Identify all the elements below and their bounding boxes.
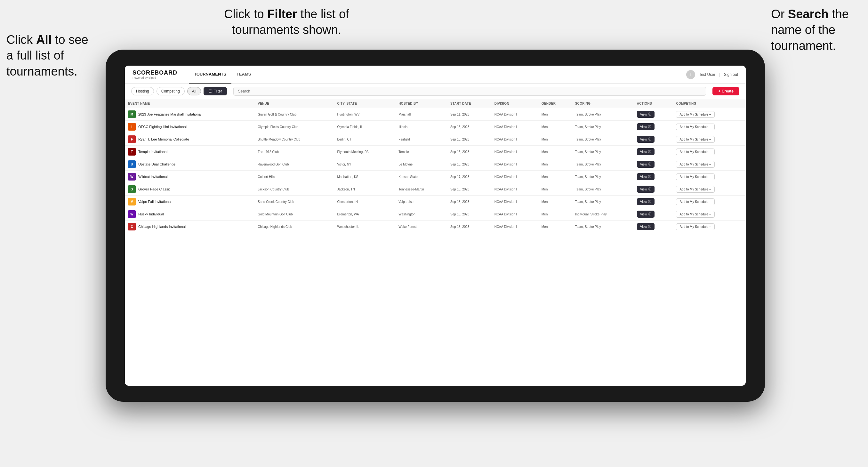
view-button[interactable]: View ⓘ: [637, 161, 655, 168]
col-actions: ACTIONS: [634, 99, 673, 108]
header-separator: |: [719, 72, 720, 77]
view-button[interactable]: View ⓘ: [637, 211, 655, 218]
add-schedule-button[interactable]: Add to My Schedule +: [676, 223, 714, 230]
add-schedule-button[interactable]: Add to My Schedule +: [676, 149, 714, 155]
hosted-by-cell: Le Moyne: [395, 158, 447, 170]
add-schedule-button[interactable]: Add to My Schedule +: [676, 211, 714, 218]
col-event-name: EVENT NAME: [125, 99, 254, 108]
filter-icon: ☰: [208, 89, 212, 93]
event-name: OFCC Fighting Illini Invitational: [138, 125, 187, 129]
view-button[interactable]: View ⓘ: [637, 198, 655, 205]
event-name: Valpo Fall Invitational: [138, 200, 172, 204]
view-button[interactable]: View ⓘ: [637, 186, 655, 193]
team-logo: W: [128, 210, 136, 218]
avatar: T: [686, 70, 695, 79]
add-schedule-button[interactable]: Add to My Schedule +: [676, 111, 714, 118]
event-name-cell: V Valpo Fall Invitational: [125, 195, 254, 208]
team-logo: C: [128, 223, 136, 230]
competing-cell: Add to My Schedule +: [673, 170, 746, 183]
start-date-cell: Sep 18, 2023: [447, 208, 491, 221]
event-name: Chicago Highlands Invitational: [138, 225, 186, 228]
event-name: Upstate Dual Challenge: [138, 162, 176, 166]
actions-cell: View ⓘ: [634, 221, 673, 233]
competing-cell: Add to My Schedule +: [673, 221, 746, 233]
gender-cell: Men: [538, 108, 572, 121]
add-schedule-button[interactable]: Add to My Schedule +: [676, 186, 714, 193]
scoring-cell: Team, Stroke Play: [572, 158, 634, 170]
view-button[interactable]: View ⓘ: [637, 136, 655, 143]
search-input[interactable]: [233, 87, 706, 96]
hosting-tab[interactable]: Hosting: [131, 87, 154, 95]
scoring-cell: Individual, Stroke Play: [572, 208, 634, 221]
competing-tab[interactable]: Competing: [156, 87, 185, 95]
header-right: T Test User | Sign out: [686, 70, 738, 79]
nav-tab-tournaments[interactable]: TOURNAMENTS: [189, 66, 231, 84]
table-row: F Ryan T. Lee Memorial Collegiate Shuttl…: [125, 133, 746, 146]
view-button[interactable]: View ⓘ: [637, 223, 655, 230]
team-logo: T: [128, 148, 136, 156]
actions-cell: View ⓘ: [634, 121, 673, 133]
venue-cell: Olympia Fields Country Club: [254, 121, 334, 133]
table-row: I OFCC Fighting Illini Invitational Olym…: [125, 121, 746, 133]
start-date-cell: Sep 16, 2023: [447, 158, 491, 170]
scoring-cell: Team, Stroke Play: [572, 170, 634, 183]
event-name-cell: W Wildcat Invitational: [125, 170, 254, 183]
view-icon: ⓘ: [648, 175, 651, 179]
team-logo: G: [128, 185, 136, 193]
division-cell: NCAA Division I: [491, 146, 538, 158]
event-name: 2023 Joe Feaganes Marshall Invitational: [138, 112, 202, 116]
city-state-cell: Jackson, TN: [334, 183, 395, 195]
table-row: W Wildcat Invitational Colbert Hills Man…: [125, 170, 746, 183]
event-name-cell: C Chicago Highlands Invitational: [125, 221, 254, 233]
col-hosted-by: HOSTED BY: [395, 99, 447, 108]
col-city-state: CITY, STATE: [334, 99, 395, 108]
user-text: Test User: [699, 72, 715, 77]
start-date-cell: Sep 11, 2023: [447, 108, 491, 121]
division-cell: NCAA Division I: [491, 221, 538, 233]
sign-out-link[interactable]: Sign out: [724, 72, 738, 77]
view-icon: ⓘ: [648, 112, 651, 117]
start-date-cell: Sep 18, 2023: [447, 195, 491, 208]
event-name-cell: I OFCC Fighting Illini Invitational: [125, 121, 254, 133]
add-schedule-button[interactable]: Add to My Schedule +: [676, 136, 714, 143]
event-name-cell: W Husky Individual: [125, 208, 254, 221]
event-name: Wildcat Invitational: [138, 175, 168, 179]
all-tab[interactable]: All: [187, 87, 201, 95]
city-state-cell: Berlin, CT: [334, 133, 395, 146]
actions-cell: View ⓘ: [634, 146, 673, 158]
venue-cell: Ravenwood Golf Club: [254, 158, 334, 170]
col-venue: VENUE: [254, 99, 334, 108]
hosted-by-cell: Illinois: [395, 121, 447, 133]
team-logo: W: [128, 173, 136, 181]
create-button[interactable]: + Create: [712, 87, 739, 95]
gender-cell: Men: [538, 170, 572, 183]
competing-cell: Add to My Schedule +: [673, 121, 746, 133]
view-button[interactable]: View ⓘ: [637, 173, 655, 180]
nav-tabs: TOURNAMENTS TEAMS: [189, 66, 686, 84]
scoring-cell: Team, Stroke Play: [572, 195, 634, 208]
view-icon: ⓘ: [648, 125, 651, 129]
venue-cell: Sand Creek Country Club: [254, 195, 334, 208]
annotation-left: Click All to seea full list oftournament…: [6, 32, 88, 80]
view-icon: ⓘ: [648, 187, 651, 191]
hosted-by-cell: Marshall: [395, 108, 447, 121]
search-area: [233, 87, 706, 96]
view-button[interactable]: View ⓘ: [637, 111, 655, 118]
city-state-cell: Plymouth Meeting, PA: [334, 146, 395, 158]
filter-button[interactable]: ☰ Filter: [204, 87, 227, 95]
view-button[interactable]: View ⓘ: [637, 123, 655, 130]
add-schedule-button[interactable]: Add to My Schedule +: [676, 161, 714, 168]
scoring-cell: Team, Stroke Play: [572, 221, 634, 233]
filter-label: Filter: [214, 89, 222, 93]
division-cell: NCAA Division I: [491, 195, 538, 208]
add-schedule-button[interactable]: Add to My Schedule +: [676, 174, 714, 180]
tournaments-table: EVENT NAME VENUE CITY, STATE HOSTED BY S…: [125, 99, 746, 233]
nav-tab-teams[interactable]: TEAMS: [231, 66, 256, 84]
add-schedule-button[interactable]: Add to My Schedule +: [676, 198, 714, 205]
app-header: SCOREBOARD Powered by clippd TOURNAMENTS…: [125, 66, 746, 84]
event-name-cell: F Ryan T. Lee Memorial Collegiate: [125, 133, 254, 146]
view-button[interactable]: View ⓘ: [637, 148, 655, 155]
actions-cell: View ⓘ: [634, 133, 673, 146]
add-schedule-button[interactable]: Add to My Schedule +: [676, 124, 714, 130]
logo-sub: Powered by clippd: [132, 76, 177, 80]
